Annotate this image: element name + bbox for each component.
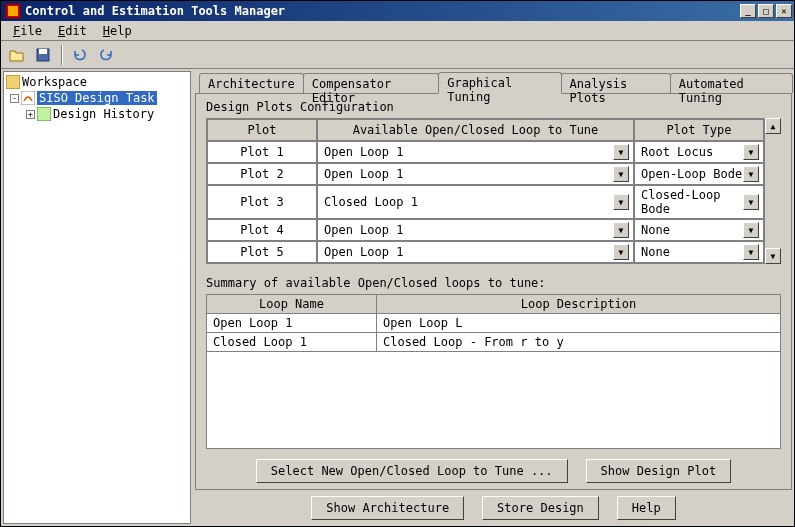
tab-compensator-editor[interactable]: Compensator Editor: [303, 73, 439, 93]
menu-edit[interactable]: Edit: [50, 22, 95, 40]
chevron-down-icon[interactable]: ▼: [613, 166, 629, 182]
type-select[interactable]: Open-Loop Bode▼: [639, 166, 759, 182]
chevron-down-icon[interactable]: ▼: [613, 244, 629, 260]
col-type: Plot Type: [634, 119, 764, 141]
app-icon: [5, 3, 21, 19]
col-loop: Available Open/Closed Loop to Tune: [317, 119, 634, 141]
chevron-down-icon[interactable]: ▼: [743, 166, 759, 182]
window-title: Control and Estimation Tools Manager: [25, 4, 740, 18]
close-button[interactable]: ✕: [776, 4, 792, 18]
summary-label: Summary of available Open/Closed loops t…: [206, 276, 781, 290]
svg-rect-1: [8, 6, 18, 16]
scroll-up-icon[interactable]: ▲: [765, 118, 781, 134]
help-button[interactable]: Help: [617, 496, 676, 520]
open-icon[interactable]: [7, 45, 27, 65]
table-row: Closed Loop 1 Closed Loop - From r to y: [207, 333, 781, 352]
chevron-down-icon[interactable]: ▼: [743, 222, 759, 238]
undo-icon[interactable]: [70, 45, 90, 65]
loop-select[interactable]: Open Loop 1▼: [322, 222, 629, 238]
summary-table: Loop Name Loop Description Open Loop 1 O…: [206, 294, 781, 352]
chevron-down-icon[interactable]: ▼: [743, 244, 759, 260]
tab-bar: Architecture Compensator Editor Graphica…: [195, 71, 792, 93]
menu-file[interactable]: File: [5, 22, 50, 40]
loop-select[interactable]: Open Loop 1▼: [322, 144, 629, 160]
tab-analysis-plots[interactable]: Analysis Plots: [561, 73, 671, 93]
plots-table: Plot Available Open/Closed Loop to Tune …: [206, 118, 765, 264]
table-row: Open Loop 1 Open Loop L: [207, 314, 781, 333]
workspace-icon: [6, 75, 20, 89]
history-icon: [37, 107, 51, 121]
tab-automated-tuning[interactable]: Automated Tuning: [670, 73, 793, 93]
select-loop-button[interactable]: Select New Open/Closed Loop to Tune ...: [256, 459, 568, 483]
chevron-down-icon[interactable]: ▼: [613, 194, 629, 210]
type-select[interactable]: None▼: [639, 222, 759, 238]
tree-task-label[interactable]: SISO Design Task: [37, 91, 157, 105]
type-select[interactable]: Closed-Loop Bode▼: [639, 188, 759, 216]
chevron-down-icon[interactable]: ▼: [743, 144, 759, 160]
save-icon[interactable]: [33, 45, 53, 65]
tab-graphical-tuning[interactable]: Graphical Tuning: [438, 72, 561, 94]
title-bar: Control and Estimation Tools Manager _ □…: [1, 1, 794, 21]
toolbar-separator: [61, 45, 62, 65]
type-select[interactable]: Root Locus▼: [639, 144, 759, 160]
collapse-icon[interactable]: -: [10, 94, 19, 103]
svg-rect-4: [6, 75, 20, 89]
type-select[interactable]: None▼: [639, 244, 759, 260]
table-row: Plot 1 Open Loop 1▼ Root Locus▼: [207, 141, 764, 163]
col-loop-desc: Loop Description: [377, 295, 781, 314]
bottom-button-row: Show Architecture Store Design Help: [195, 490, 792, 524]
table-row: Plot 2 Open Loop 1▼ Open-Loop Bode▼: [207, 163, 764, 185]
loop-select[interactable]: Open Loop 1▼: [322, 244, 629, 260]
minimize-button[interactable]: _: [740, 4, 756, 18]
col-loop-name: Loop Name: [207, 295, 377, 314]
expand-icon[interactable]: +: [26, 110, 35, 119]
maximize-button[interactable]: □: [758, 4, 774, 18]
chevron-down-icon[interactable]: ▼: [743, 194, 759, 210]
scroll-down-icon[interactable]: ▼: [765, 248, 781, 264]
show-design-plot-button[interactable]: Show Design Plot: [586, 459, 732, 483]
tree-root-label[interactable]: Workspace: [22, 75, 87, 89]
toolbar: [1, 41, 794, 69]
show-architecture-button[interactable]: Show Architecture: [311, 496, 464, 520]
tab-architecture[interactable]: Architecture: [199, 73, 304, 93]
tree-history-label[interactable]: Design History: [53, 107, 154, 121]
summary-blank-area: [206, 352, 781, 449]
chevron-down-icon[interactable]: ▼: [613, 222, 629, 238]
store-design-button[interactable]: Store Design: [482, 496, 599, 520]
menu-help[interactable]: Help: [95, 22, 140, 40]
col-plot: Plot: [207, 119, 317, 141]
table-row: Plot 5 Open Loop 1▼ None▼: [207, 241, 764, 263]
scrollbar[interactable]: ▲ ▼: [765, 118, 781, 264]
chevron-down-icon[interactable]: ▼: [613, 144, 629, 160]
redo-icon[interactable]: [96, 45, 116, 65]
tab-content: Design Plots Configuration Plot Availabl…: [195, 93, 792, 490]
workspace-tree[interactable]: Workspace - SISO Design Task + Design Hi…: [3, 71, 191, 524]
menu-bar: File Edit Help: [1, 21, 794, 41]
table-row: Plot 4 Open Loop 1▼ None▼: [207, 219, 764, 241]
table-row: Plot 3 Closed Loop 1▼ Closed-Loop Bode▼: [207, 185, 764, 219]
loop-select[interactable]: Closed Loop 1▼: [322, 194, 629, 210]
svg-rect-6: [37, 107, 51, 121]
svg-rect-5: [21, 91, 35, 105]
loop-select[interactable]: Open Loop 1▼: [322, 166, 629, 182]
svg-rect-3: [39, 49, 47, 54]
matlab-icon: [21, 91, 35, 105]
